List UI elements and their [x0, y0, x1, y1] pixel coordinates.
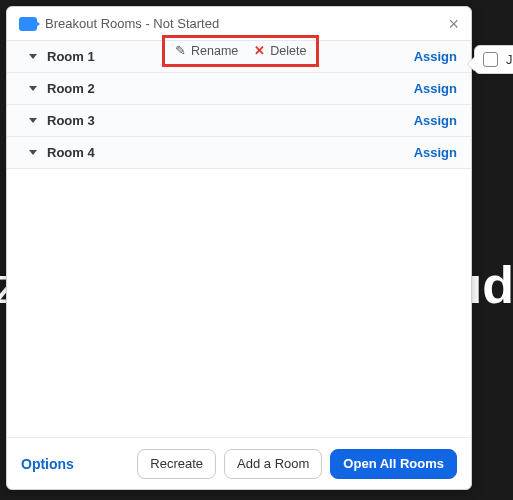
options-button[interactable]: Options — [21, 456, 74, 472]
pencil-icon: ✎ — [175, 43, 186, 58]
x-icon: ✕ — [254, 43, 265, 58]
open-all-rooms-button[interactable]: Open All Rooms — [330, 449, 457, 479]
room-name: Room 2 — [47, 81, 95, 96]
participant-checkbox[interactable] — [483, 52, 498, 67]
chevron-down-icon — [29, 86, 37, 91]
participant-name: Judy — [506, 52, 513, 67]
rename-label: Rename — [191, 44, 238, 58]
assign-button[interactable]: Assign — [414, 81, 457, 96]
room-row[interactable]: Room 2 Assign — [7, 73, 471, 105]
chevron-down-icon — [29, 54, 37, 59]
room-row[interactable]: Room 3 Assign — [7, 105, 471, 137]
room-actions-highlight: ✎ Rename ✕ Delete — [162, 35, 319, 67]
chevron-down-icon — [29, 118, 37, 123]
room-list: Room 1 ✎ Rename ✕ Delete Assign Room 2 A… — [7, 41, 471, 169]
room-name: Room 1 — [47, 49, 95, 64]
assign-button[interactable]: Assign — [414, 145, 457, 160]
room-name: Room 3 — [47, 113, 95, 128]
window-title: Breakout Rooms - Not Started — [45, 16, 219, 31]
add-room-button[interactable]: Add a Room — [224, 449, 322, 479]
chevron-down-icon — [29, 150, 37, 155]
recreate-button[interactable]: Recreate — [137, 449, 216, 479]
delete-button[interactable]: ✕ Delete — [254, 43, 306, 58]
room-row[interactable]: Room 4 Assign — [7, 137, 471, 169]
room-name: Room 4 — [47, 145, 95, 160]
assign-participant-popover: Judy — [474, 45, 513, 74]
assign-button[interactable]: Assign — [414, 113, 457, 128]
dialog-footer: Options Recreate Add a Room Open All Roo… — [7, 437, 471, 489]
assign-button[interactable]: Assign — [414, 49, 457, 64]
room-row[interactable]: Room 1 ✎ Rename ✕ Delete Assign — [7, 41, 471, 73]
breakout-rooms-dialog: Breakout Rooms - Not Started × Room 1 ✎ … — [6, 6, 472, 490]
delete-label: Delete — [270, 44, 306, 58]
rename-button[interactable]: ✎ Rename — [175, 43, 238, 58]
zoom-icon — [19, 17, 37, 31]
close-icon[interactable]: × — [448, 15, 459, 33]
